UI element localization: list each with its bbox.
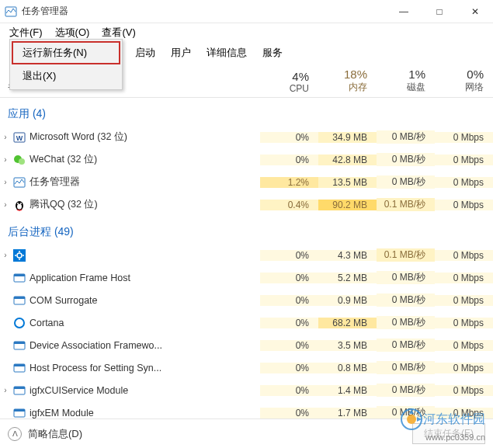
header-cpu-label[interactable]: CPU	[260, 83, 309, 97]
table-row[interactable]: COM Surrogate0%0.9 MB0 MB/秒0 Mbps	[0, 289, 493, 311]
winapp-icon	[12, 339, 26, 352]
process-name: WeChat (32 位)	[30, 153, 260, 166]
cpu-cell: 0%	[260, 340, 318, 351]
disk-cell: 0.1 MB/秒	[377, 248, 435, 262]
winapp-icon	[12, 384, 26, 397]
network-cell: 0 Mbps	[435, 132, 493, 143]
table-row[interactable]: Application Frame Host0%5.2 MB0 MB/秒0 Mb…	[0, 266, 493, 289]
svg-point-9	[20, 203, 22, 204]
winapp-icon	[12, 362, 26, 374]
disk-cell: 0 MB/秒	[377, 271, 435, 284]
header-net-pct: 0%	[435, 68, 484, 81]
cpu-cell: 0%	[260, 318, 318, 328]
gear-icon	[12, 249, 26, 262]
header-disk-pct: 1%	[377, 68, 425, 81]
window-title: 任务管理器	[22, 5, 386, 18]
svg-point-4	[19, 158, 25, 165]
expand-icon[interactable]: ›	[0, 251, 11, 259]
network-cell: 0 Mbps	[435, 385, 493, 396]
brief-info-link[interactable]: 简略信息(D)	[28, 427, 82, 441]
memory-cell: 5.2 MB	[318, 273, 377, 283]
header-net-label[interactable]: 网络	[435, 81, 484, 97]
close-button[interactable]: ✕	[457, 0, 493, 23]
taskmgr-icon	[5, 5, 17, 18]
menu-item-new-task[interactable]: 运行新任务(N)	[12, 41, 120, 64]
header-cpu-pct: 4%	[260, 70, 309, 83]
expand-icon[interactable]: ›	[0, 386, 11, 394]
network-cell: 0 Mbps	[435, 318, 493, 328]
memory-cell: 0.9 MB	[318, 295, 377, 306]
svg-point-8	[17, 203, 19, 204]
network-cell: 0 Mbps	[435, 200, 493, 210]
svg-rect-24	[14, 364, 25, 366]
svg-rect-19	[14, 297, 25, 299]
table-row[interactable]: ›WeChat (32 位)0%42.8 MB0 MB/秒0 Mbps	[0, 148, 493, 171]
process-list[interactable]: 应用 (4) ›WMicrosoft Word (32 位)0%34.9 MB0…	[0, 98, 493, 441]
cpu-cell: 0%	[260, 273, 318, 283]
cpu-cell: 0%	[260, 132, 318, 143]
expand-icon[interactable]: ›	[0, 178, 11, 186]
header-mem-label[interactable]: 内存	[318, 81, 367, 97]
table-row[interactable]: ›0%4.3 MB0.1 MB/秒0 Mbps	[0, 244, 493, 266]
watermark: 河东软件园	[400, 408, 485, 431]
svg-rect-28	[14, 409, 25, 412]
table-row[interactable]: ›WMicrosoft Word (32 位)0%34.9 MB0 MB/秒0 …	[0, 126, 493, 148]
disk-cell: 0 MB/秒	[377, 316, 435, 329]
chevron-up-icon[interactable]: ᐱ	[8, 427, 22, 441]
header-disk-label[interactable]: 磁盘	[377, 81, 425, 97]
memory-cell: 1.7 MB	[318, 408, 377, 418]
memory-cell: 4.3 MB	[318, 250, 377, 261]
network-cell: 0 Mbps	[435, 177, 493, 188]
table-row[interactable]: ›igfxCUIService Module0%1.4 MB0 MB/秒0 Mb…	[0, 379, 493, 401]
network-cell: 0 Mbps	[435, 250, 493, 261]
table-row[interactable]: Device Association Framewo...0%3.5 MB0 M…	[0, 334, 493, 356]
expand-icon[interactable]: ›	[0, 133, 11, 141]
group-background[interactable]: 后台进程 (49)	[0, 216, 493, 244]
tab-users[interactable]: 用户	[163, 42, 199, 64]
menu-item-exit[interactable]: 退出(X)	[12, 64, 120, 88]
taskmgr-icon	[12, 176, 26, 189]
disk-cell: 0 MB/秒	[377, 361, 435, 374]
cpu-cell: 0%	[260, 408, 318, 418]
tab-details[interactable]: 详细信息	[199, 42, 255, 64]
network-cell: 0 Mbps	[435, 155, 493, 165]
svg-point-20	[15, 318, 24, 328]
table-row[interactable]: ›任务管理器1.2%13.5 MB0 MB/秒0 Mbps	[0, 171, 493, 193]
qq-icon	[12, 199, 26, 211]
table-row[interactable]: Host Process for Setting Syn...0%0.8 MB0…	[0, 356, 493, 379]
winapp-icon	[12, 294, 26, 307]
expand-icon[interactable]: ›	[0, 155, 11, 164]
cortana-icon	[12, 317, 26, 329]
process-name: 任务管理器	[30, 175, 260, 189]
cpu-cell: 0%	[260, 250, 318, 261]
process-name: igfxCUIService Module	[30, 385, 260, 396]
tab-startup[interactable]: 启动	[127, 42, 163, 64]
process-name: Cortana	[30, 318, 260, 328]
disk-cell: 0 MB/秒	[377, 384, 435, 397]
network-cell: 0 Mbps	[435, 273, 493, 283]
process-name: igfxEM Module	[30, 408, 260, 418]
maximize-button[interactable]: □	[422, 0, 457, 23]
expand-icon[interactable]: ›	[0, 200, 11, 209]
process-name: Microsoft Word (32 位)	[30, 130, 260, 144]
table-row[interactable]: ›腾讯QQ (32 位)0.4%90.2 MB0.1 MB/秒0 Mbps	[0, 193, 493, 216]
network-cell: 0 Mbps	[435, 363, 493, 373]
svg-point-30	[407, 415, 416, 424]
memory-cell: 68.2 MB	[318, 318, 377, 328]
minimize-button[interactable]: —	[386, 0, 422, 23]
wechat-icon	[12, 154, 26, 166]
titlebar: 任务管理器 — □ ✕	[0, 0, 493, 23]
memory-cell: 13.5 MB	[318, 177, 377, 188]
memory-cell: 34.9 MB	[318, 132, 377, 143]
disk-cell: 0 MB/秒	[377, 153, 435, 166]
cpu-cell: 1.2%	[260, 177, 318, 188]
cpu-cell: 0%	[260, 385, 318, 396]
tab-services[interactable]: 服务	[255, 42, 290, 64]
table-row[interactable]: Cortana0%68.2 MB0 MB/秒0 Mbps	[0, 311, 493, 334]
memory-cell: 0.8 MB	[318, 363, 377, 373]
network-cell: 0 Mbps	[435, 340, 493, 351]
group-apps[interactable]: 应用 (4)	[0, 98, 493, 126]
watermark-text: 河东软件园	[423, 412, 485, 428]
process-name: Device Association Framewo...	[30, 340, 260, 351]
watermark-url: www.pc0359.cn	[425, 432, 485, 442]
